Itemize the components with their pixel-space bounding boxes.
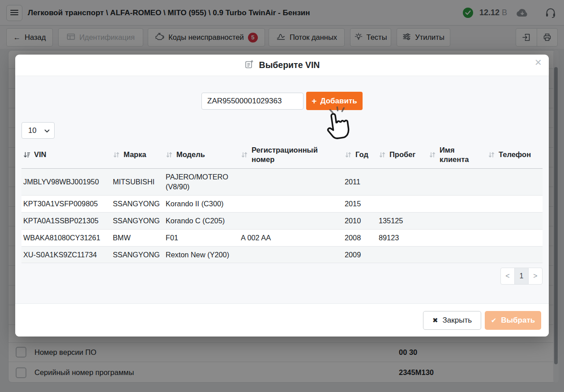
col-header-model[interactable]: Модель	[164, 142, 239, 168]
col-header-marka[interactable]: Марка	[111, 142, 164, 168]
pagination: < 1 >	[500, 268, 543, 285]
check-icon: ✔	[491, 316, 497, 324]
sort-both-icon	[113, 151, 120, 158]
table-row[interactable]: WBAKA81080CY31261BMWF01A 002 AA200889123	[21, 229, 543, 246]
sort-asc-icon	[23, 151, 30, 158]
dialog-title: Выберите VIN	[259, 60, 320, 70]
vin-select-dialog: Выберите VIN × + Добавить 10	[15, 55, 549, 337]
table-row[interactable]: KPTA0A1SSBP021305SSANGYONGKorando C (C20…	[21, 212, 543, 229]
vin-list-add-icon	[244, 60, 254, 71]
col-header-clientname[interactable]: Имя клиента	[427, 142, 486, 168]
sort-both-icon	[379, 151, 386, 158]
page-size-select[interactable]: 10	[21, 122, 55, 139]
vin-table: VIN Марка Модель Регистрационный номер	[21, 142, 543, 263]
sort-both-icon	[429, 151, 436, 158]
table-header-row: VIN Марка Модель Регистрационный номер	[21, 142, 543, 168]
sort-both-icon	[241, 151, 248, 158]
dialog-header: Выберите VIN ×	[15, 55, 549, 76]
col-header-phone[interactable]: Телефон	[486, 142, 543, 168]
sort-both-icon	[166, 151, 173, 158]
col-header-year[interactable]: Год	[343, 142, 377, 168]
plus-icon: +	[312, 96, 316, 106]
sort-both-icon	[488, 151, 495, 158]
dialog-body: + Добавить 10	[15, 76, 549, 303]
page-next-button[interactable]: >	[528, 268, 543, 285]
col-header-regnumber[interactable]: Регистрационный номер	[239, 142, 343, 168]
close-icon[interactable]: ×	[535, 56, 542, 68]
select-vin-button[interactable]: ✔ Выбрать	[485, 311, 541, 330]
table-row[interactable]: KPT30A1VSFP009805SSANGYONGKorando II (C3…	[21, 196, 543, 213]
col-header-mileage[interactable]: Пробег	[377, 142, 427, 168]
close-dialog-button[interactable]: ✖ Закрыть	[423, 311, 481, 330]
app-window: Легковой транспорт \ ALFA-ROMEO \ MITO (…	[0, 0, 564, 392]
page-current[interactable]: 1	[514, 268, 529, 285]
table-row[interactable]: JMBLYV98WBJ001950MITSUBISHIPAJERO/MOTERO…	[21, 168, 543, 196]
chevron-down-icon	[44, 126, 50, 135]
table-row[interactable]: XU-S0A1KS9ZC11734SSANGYONGRexton New (Y2…	[21, 246, 543, 263]
vin-input[interactable]	[201, 93, 303, 110]
cross-icon: ✖	[432, 316, 438, 324]
col-header-vin[interactable]: VIN	[21, 142, 111, 168]
dialog-footer: ✖ Закрыть ✔ Выбрать	[15, 303, 549, 337]
page-prev-button[interactable]: <	[500, 268, 515, 285]
sort-both-icon	[345, 151, 352, 158]
add-vin-button[interactable]: + Добавить	[306, 92, 363, 110]
